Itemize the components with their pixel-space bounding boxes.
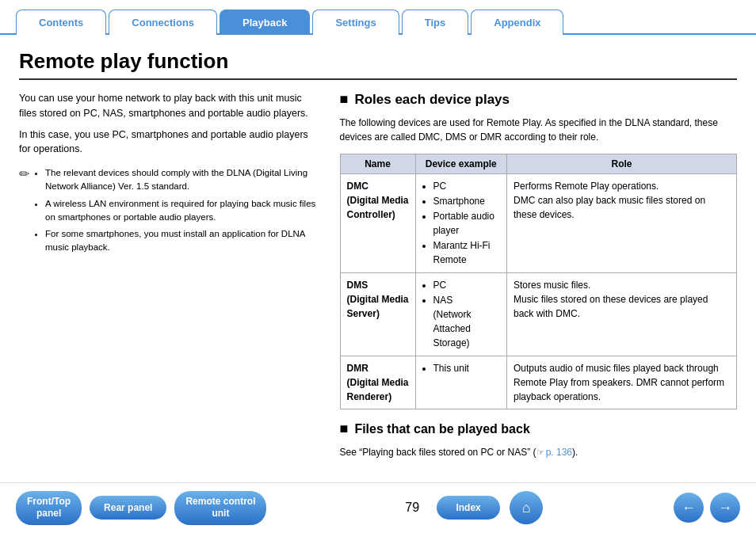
files-description: See “Playing back files stored on PC or … [340, 445, 737, 459]
table-row-dmr: DMR(Digital MediaRenderer) This unit Out… [340, 356, 736, 409]
dmc-role: Performs Remote Play operations.DMC can … [506, 174, 736, 273]
right-column: Roles each device plays The following de… [340, 91, 737, 459]
note-item-3: For some smartphones, you must install a… [45, 227, 321, 255]
table-row-dmc: DMC(Digital MediaController) PC Smartpho… [340, 174, 736, 273]
files-desc-end: ). [572, 447, 578, 458]
tab-playback[interactable]: Playback [220, 10, 310, 35]
content-columns: You can use your home network to play ba… [19, 91, 737, 459]
bottom-nav-left: Front/Toppanel Rear panel Remote control… [16, 491, 266, 525]
note-section: ✏ The relevant devices should comply wit… [19, 166, 321, 258]
page-ref: ☞ p. 136 [536, 445, 572, 459]
dms-devices: PC NAS(Network AttachedStorage) [415, 273, 506, 356]
dmr-devices: This unit [415, 356, 506, 409]
dmr-name: DMR(Digital MediaRenderer) [340, 356, 415, 409]
col-name: Name [340, 154, 415, 174]
remote-control-button[interactable]: Remote controlunit [174, 491, 266, 525]
col-device: Device example [415, 154, 506, 174]
dmc-name: DMC(Digital MediaController) [340, 174, 415, 273]
prev-icon: ← [682, 500, 696, 516]
intro-text-1: You can use your home network to play ba… [19, 91, 321, 121]
dmc-device-1: PC [433, 179, 500, 193]
dms-device-2: NAS(Network AttachedStorage) [433, 293, 500, 350]
home-icon: ⌂ [522, 500, 531, 516]
bottom-nav-right: ← → [674, 493, 740, 523]
col-role: Role [506, 154, 736, 174]
dmc-devices: PC Smartphone Portable audio player Mara… [415, 174, 506, 273]
next-button[interactable]: → [710, 493, 740, 523]
roles-description: The following devices are used for Remot… [340, 116, 737, 144]
dms-role: Stores music files.Music files stored on… [506, 273, 736, 356]
page-title: Remote play function [19, 49, 737, 80]
next-icon: → [718, 500, 732, 516]
roles-table: Name Device example Role DMC(Digital Med… [340, 154, 737, 409]
home-button[interactable]: ⌂ [510, 491, 543, 524]
rear-panel-button[interactable]: Rear panel [90, 496, 166, 520]
tab-appendix[interactable]: Appendix [471, 10, 563, 35]
files-section: Files that can be played back See “Playi… [340, 421, 737, 459]
table-row-dms: DMS(Digital MediaServer) PC NAS(Network … [340, 273, 736, 356]
note-icon: ✏ [19, 166, 29, 258]
main-content: Remote play function You can use your ho… [0, 35, 756, 467]
note-item-2: A wireless LAN environment is required f… [45, 197, 321, 225]
dmr-role: Outputs audio of music files played back… [506, 356, 736, 409]
tab-contents[interactable]: Contents [16, 10, 106, 35]
files-desc-text: See “Playing back files stored on PC or … [340, 447, 536, 458]
dms-device-1: PC [433, 278, 500, 292]
top-navigation: Contents Connections Playback Settings T… [0, 0, 756, 35]
front-top-panel-button[interactable]: Front/Toppanel [16, 491, 82, 525]
left-column: You can use your home network to play ba… [19, 91, 321, 459]
note-item-1: The relevant devices should comply with … [45, 166, 321, 194]
files-link[interactable]: p. 136 [546, 445, 572, 459]
dmc-device-4: Marantz Hi-Fi Remote [433, 238, 500, 267]
tab-settings[interactable]: Settings [312, 10, 399, 35]
dms-name: DMS(Digital MediaServer) [340, 273, 415, 356]
dmc-device-2: Smartphone [433, 194, 500, 208]
tab-tips[interactable]: Tips [402, 10, 469, 35]
page-ref-icon: ☞ [536, 446, 544, 459]
dmr-device-1: This unit [433, 361, 500, 375]
bottom-navigation: Front/Toppanel Rear panel Remote control… [0, 482, 756, 533]
note-list: The relevant devices should comply with … [34, 166, 321, 258]
tab-connections[interactable]: Connections [109, 10, 217, 35]
intro-text-2: In this case, you use PC, smartphones an… [19, 128, 321, 158]
roles-heading: Roles each device plays [340, 91, 737, 108]
bottom-center: 79 Index ⌂ [397, 491, 543, 524]
page-number: 79 [405, 501, 419, 515]
files-heading: Files that can be played back [340, 421, 737, 437]
dmc-device-3: Portable audio player [433, 209, 500, 238]
index-button[interactable]: Index [437, 496, 500, 520]
prev-button[interactable]: ← [674, 493, 704, 523]
